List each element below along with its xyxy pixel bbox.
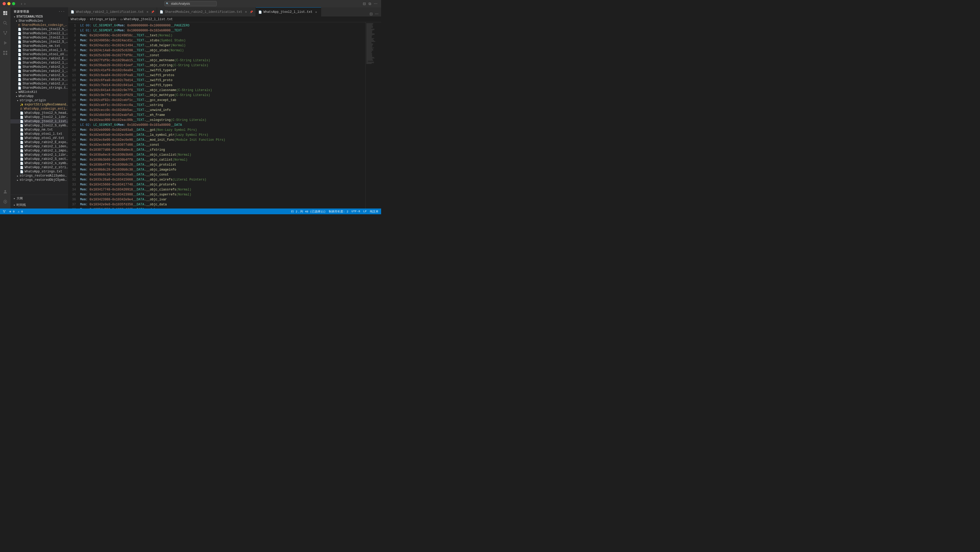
timeline-item[interactable]: ▸ 时间线 [14,203,26,208]
file-txt-icon: 📄 [18,40,21,44]
tab-close-btn-active[interactable]: ✕ [314,10,318,14]
tree-file-item[interactable]: 📄 WhatsApp_rabin2_z_strings.txt [11,165,68,170]
tab-identification1[interactable]: 📄 WhatsApp_rabin2_l_identification.txt ✕… [68,7,157,16]
tree-file-item[interactable]: 📄 WhatsApp_rabin2_l_identification.txt [11,144,68,149]
tree-file-label: WhatsApp_jtool2_h_header.txt [25,111,68,115]
tree-group-sharedmodules[interactable]: ▾ SharedModules [11,19,68,23]
status-line-ending[interactable]: LF [363,210,367,213]
settings-activity-icon[interactable] [0,197,10,206]
breadcrumb-part-whatsapp[interactable]: WhatsApp [71,17,86,21]
title-bar-nav: ‹ › [21,2,25,6]
explorer-activity-icon[interactable] [0,8,10,18]
sidebar-timeline: ▸ 时间线 [11,202,68,208]
tree-file-item[interactable]: 📄 WhatsApp_nm.txt [11,128,68,132]
more-tab-actions-button[interactable]: ⋯ [374,11,379,16]
tree-file-item[interactable]: 📄 SharedModules_jtool2_l_list.txt [11,36,68,40]
file-txt-icon: 📄 [20,132,24,136]
tab-identification2[interactable]: 📄 SharedModules_rabin2_l_identification.… [157,7,256,16]
tree-file-item[interactable]: 📄 SharedModules_jtool2_S_symbol.txt [11,40,68,44]
svg-point-14 [5,210,5,211]
more-icon[interactable]: ⋯ [373,1,378,6]
breadcrumb-part-strings-origin[interactable]: strings_origin [90,17,116,21]
tree-file-item[interactable]: 📄 WhatsApp_jtool2_S_symbol.txt [11,124,68,128]
tree-file-item[interactable]: 📄 SharedModules_rabin2_s_symbols.txt [11,78,68,82]
tree-file-item[interactable]: 📄 WhatsApp_rabin2_s_symbols.txt [11,161,68,165]
tree-file-item[interactable]: 📄 WhatsApp_jtool2_l_library.txt [11,115,68,119]
tree-group-restored-objc[interactable]: ▸ strings_restoredObjCSymbols [11,178,68,182]
tab-jtool-list-active[interactable]: 📄 WhatsApp_jtool2_l_list.txt ✕ [256,7,321,16]
split-editor-icon[interactable]: ⧉ [368,1,372,6]
tree-file-item[interactable]: 📄 WhatsApp_rabin2_E_exports.txt [11,140,68,144]
tree-root-item[interactable]: ▾ STATICANALYSIS [11,15,68,19]
tree-file-item[interactable]: 📄 SharedModules_jtool2_l_library.txt [11,32,68,36]
tab-close-btn[interactable]: ✕ [145,10,150,14]
tree-active-file-item[interactable]: 📄 WhatsApp_jtool2_l_list.txt [11,119,68,124]
split-editor-right-button[interactable]: ⊡ [369,11,373,16]
sidebar-more-actions[interactable]: ··· [58,10,65,14]
tree-file-label: SharedModules_rabin2_l_libraries.txt [22,69,68,73]
nav-forward-button[interactable]: › [24,2,25,6]
status-errors[interactable]: ⊗ 0 [10,210,15,213]
status-warnings[interactable]: ⚠ 0 [18,210,23,213]
tree-file-item[interactable]: 📄 SharedModules_rabin2_i_imports.txt [11,65,68,69]
tab-close-btn[interactable]: ✕ [244,10,248,14]
tree-file-item[interactable]: 📄 SharedModules_strings.txt [11,86,68,90]
status-git-branch[interactable] [3,210,6,213]
tree-file-label: SharedModules_jtool2_l_list.txt [22,36,68,40]
breadcrumb-part-filename[interactable]: WhatsApp_jtool2_l_list.txt [124,17,173,21]
tree-file-item[interactable]: 📄 WhatsApp_rabin2_i_imports.txt [11,149,68,153]
tree-file-item[interactable]: 📄 SharedModules_rabin2_l_identification.… [11,61,68,65]
svg-rect-0 [3,11,5,13]
outline-item[interactable]: ▸ 大纲 [14,196,23,201]
tree-file-item[interactable]: 📄 SharedModules_nm.txt [11,44,68,48]
tree-file-item[interactable]: 📄 WhatsApp_strings.txt [11,170,68,174]
tree-file-item[interactable]: 📄 WhatsApp_otool_l.txt [11,132,68,136]
title-bar-search[interactable] [164,1,217,6]
tree-group-label-whatsapp: WhatsApp [19,94,34,98]
tree-file-item[interactable]: 📄 SharedModules_otool_oV.txt [11,52,68,57]
extensions-activity-icon[interactable] [0,48,10,57]
tree-group-restored-all[interactable]: ▸ strings_restoredAllSymbols [11,174,68,178]
close-button[interactable] [3,2,6,5]
tree-file-label: SharedModules_strings.txt [22,86,68,90]
search-wrapper [164,1,217,6]
tree-file-item[interactable]: 📄 SharedModules_rabin2_E_exports.txt [11,57,68,61]
status-language[interactable]: 纯文本 [370,209,379,214]
nav-back-button[interactable]: ‹ [21,2,22,6]
account-activity-icon[interactable] [0,187,10,197]
tree-file-item[interactable]: 📄 SharedModules_jtool2_h_header.txt [11,27,68,32]
breadcrumb: WhatsApp › strings_origin › 🗂 WhatsApp_j… [68,16,381,22]
tree-file-item[interactable]: 📄 SharedModules_otool_l.txt [11,48,68,52]
tab-file-icon: 📄 [71,10,74,14]
tree-group-whatsapp[interactable]: ▾ WhatsApp [11,94,68,98]
tree-subgroup-strings-origin[interactable]: ▾ strings_origin [11,98,68,103]
file-txt-icon: 📄 [20,149,24,152]
tree-group-wablokskit[interactable]: ▸ WABloksKit [11,90,68,94]
tree-file-item[interactable]: 📄 SharedModules_rabin2_S_sections.txt [11,73,68,78]
tree-group-label-restored-objc: strings_restoredObjCSymbols [20,178,68,182]
title-bar-buttons [3,2,15,5]
maximize-button[interactable] [12,2,15,5]
tree-file-item[interactable]: 🗒 SharedModules_codesign_entitlement.xml [11,23,68,27]
search-activity-icon[interactable] [0,18,10,28]
activity-bar-bottom [0,187,10,208]
tree-file-item[interactable]: 📄 WhatsApp_jtool2_h_header.txt [11,111,68,115]
minimize-button[interactable] [7,2,11,5]
code-area[interactable]: LC 00: LC_SEGMENT_64 Mem: 0x000000000-0x… [78,22,365,208]
tree-file-item[interactable]: 📄 SharedModules_rabin2_l_libraries.txt [11,69,68,73]
tree-file-item[interactable]: 🗒 WhatsApp_codesign_entitlement.xml [11,107,68,111]
status-position[interactable]: 行 2，列 48 (已选择11) [291,209,326,214]
debug-activity-icon[interactable] [0,38,10,48]
source-control-activity-icon[interactable] [0,28,10,38]
tree-file-item[interactable]: 📄 SharedModules_rabin2_z_strings.txt [11,82,68,86]
file-txt-icon: 📄 [20,153,24,157]
svg-point-11 [5,190,6,192]
tree-file-item[interactable]: 📄 WhatsApp_rabin2_S_sections.txt [11,157,68,161]
tree-file-item[interactable]: 📄 WhatsApp_rabin2_l_libraries.txt [11,153,68,157]
status-encoding[interactable]: UTF-8 [352,210,360,213]
tree-file-item[interactable]: ✨ exportStringResCommands_WhatsApp.coffe… [11,103,68,107]
status-tab-size[interactable]: 制表符长度: 2 [329,209,348,214]
tree-file-item[interactable]: 📄 WhatsApp_otool_oV.txt [11,136,68,140]
file-txt-icon: 📄 [18,32,21,35]
layout-icon[interactable]: ⊟ [362,1,366,6]
